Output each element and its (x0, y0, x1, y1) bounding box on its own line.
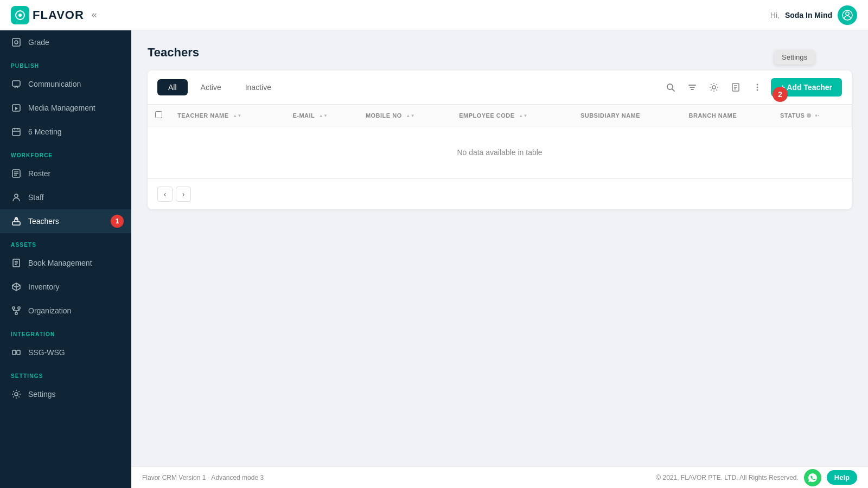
inventory-icon (11, 281, 22, 292)
tab-active[interactable]: Active (190, 79, 232, 95)
settings-section-label: SETTINGS (0, 364, 131, 382)
mobile-header: Mobile No ▲▼ (358, 105, 451, 126)
svg-point-19 (15, 393, 18, 396)
user-name: Soda In Mind (785, 11, 832, 20)
communication-icon (11, 79, 22, 89)
header: FLAVOR « Hi, Soda In Mind (0, 0, 868, 30)
status-header: Status •· (773, 105, 852, 126)
sidebar: Grade PUBLISH Communication Media Manage… (0, 30, 131, 488)
roster-icon (11, 168, 22, 179)
sidebar-item-ssg-wsg[interactable]: SSG-WSG (0, 341, 131, 364)
table-header-row: Teacher Name ▲▼ E-Mail ▲▼ Mobile No ▲▼ (148, 105, 852, 126)
sidebar-item-inventory[interactable]: Inventory (0, 275, 131, 299)
sidebar-item-label: Grade (28, 38, 49, 47)
svg-rect-6 (12, 81, 20, 86)
sidebar-item-book-management[interactable]: Book Management (0, 251, 131, 275)
search-button[interactable] (662, 79, 679, 95)
sidebar-item-label: Settings (28, 390, 56, 399)
empty-message: No data available in table (148, 126, 852, 179)
svg-rect-15 (18, 307, 20, 309)
collapse-button[interactable]: « (90, 7, 99, 23)
sidebar-item-teachers[interactable]: Teachers 1 (0, 209, 131, 233)
svg-rect-11 (12, 222, 20, 225)
avatar[interactable] (838, 5, 857, 25)
table-toolbar: All Active Inactive (148, 70, 852, 105)
sidebar-item-settings[interactable]: Settings (0, 382, 131, 406)
sidebar-item-label: Staff (28, 193, 44, 202)
sidebar-item-roster[interactable]: Roster (0, 162, 131, 185)
logo-text: FLAVOR (33, 8, 84, 22)
whatsapp-button[interactable] (804, 469, 821, 486)
ssg-wsg-icon (11, 347, 22, 358)
layout: Grade PUBLISH Communication Media Manage… (0, 30, 868, 488)
sidebar-item-label: 6 Meeting (28, 127, 61, 136)
staff-icon (11, 192, 22, 203)
teachers-icon (11, 216, 22, 227)
sidebar-item-label: Organization (28, 306, 71, 315)
sidebar-item-meeting[interactable]: 6 Meeting (0, 120, 131, 144)
meeting-icon (11, 126, 22, 137)
settings-icon (11, 389, 22, 400)
filter-button[interactable] (684, 79, 700, 95)
svg-rect-16 (15, 312, 17, 314)
filter-tabs: All Active Inactive (157, 79, 282, 95)
page-title: Teachers (148, 46, 852, 60)
sidebar-item-grade[interactable]: Grade (0, 30, 131, 54)
sidebar-item-label: Media Management (28, 104, 95, 112)
employee-code-sort[interactable]: ▲▼ (519, 114, 528, 118)
email-sort[interactable]: ▲▼ (319, 114, 328, 118)
assets-section-label: ASSETS (0, 233, 131, 251)
svg-point-1 (18, 14, 22, 17)
footer-copyright-text: © 2021, FLAVOR PTE. LTD. All Rights Rese… (656, 474, 799, 481)
sidebar-item-staff[interactable]: Staff (0, 185, 131, 209)
subsidiary-name-header: Subsidiary Name (573, 105, 681, 126)
footer-right: © 2021, FLAVOR PTE. LTD. All Rights Rese… (656, 469, 857, 486)
toolbar-actions: + Add Teacher (662, 78, 842, 97)
svg-rect-18 (17, 350, 20, 355)
select-all-checkbox[interactable] (155, 111, 162, 118)
svg-rect-17 (12, 350, 16, 355)
tab-all[interactable]: All (157, 79, 188, 95)
sidebar-item-label: Roster (28, 169, 50, 178)
media-icon (11, 102, 22, 113)
svg-point-20 (667, 84, 673, 89)
settings-icon-button[interactable] (706, 79, 722, 95)
next-page-button[interactable]: › (176, 187, 191, 202)
branch-name-header: Branch Name (681, 105, 773, 126)
svg-rect-14 (12, 307, 15, 309)
greeting-text: Hi, (770, 11, 780, 20)
header-right: Hi, Soda In Mind (770, 5, 857, 25)
more-button[interactable] (749, 79, 765, 95)
sidebar-item-label: Inventory (28, 282, 60, 291)
sidebar-item-media-management[interactable]: Media Management (0, 96, 131, 120)
checkbox-header (148, 105, 170, 126)
export-button[interactable] (727, 79, 744, 95)
workforce-section-label: WORKFORCE (0, 144, 131, 162)
publish-section-label: PUBLISH (0, 54, 131, 72)
book-icon (11, 258, 22, 268)
organization-icon (11, 305, 22, 316)
svg-point-24 (756, 87, 758, 88)
badge-2: 2 (773, 87, 788, 102)
footer: Flavor CRM Version 1 - Advanced mode 3 ©… (131, 466, 868, 488)
svg-point-3 (846, 12, 849, 15)
help-button[interactable]: Help (827, 470, 857, 485)
sidebar-item-label: SSG-WSG (28, 348, 65, 357)
empty-table-row: No data available in table (148, 126, 852, 179)
sidebar-item-label: Book Management (28, 259, 92, 267)
pagination-bar: ‹ › (148, 178, 852, 209)
status-indicator (807, 113, 811, 118)
sidebar-item-organization[interactable]: Organization (0, 299, 131, 323)
svg-point-21 (712, 86, 716, 89)
teacher-name-sort[interactable]: ▲▼ (233, 114, 242, 118)
table-container: Settings 2 All Active Inactive (148, 70, 852, 209)
tab-inactive[interactable]: Inactive (234, 79, 282, 95)
teacher-name-header: Teacher Name ▲▼ (170, 105, 285, 126)
mobile-sort[interactable]: ▲▼ (406, 114, 415, 118)
grade-icon (11, 37, 22, 48)
employee-code-header: Employee Code ▲▼ (451, 105, 573, 126)
sidebar-item-label: Teachers (28, 217, 59, 226)
svg-point-25 (756, 89, 758, 91)
prev-page-button[interactable]: ‹ (157, 187, 173, 202)
sidebar-item-communication[interactable]: Communication (0, 72, 131, 96)
